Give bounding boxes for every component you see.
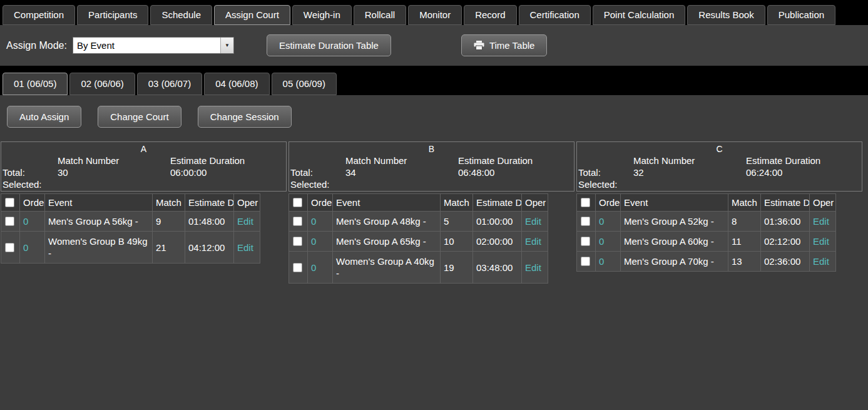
date-tab-05[interactable]: 05 (06/09) [272, 73, 337, 95]
match-cell: 10 [441, 232, 473, 252]
select-all-checkbox[interactable] [581, 198, 590, 207]
row-checkbox[interactable] [293, 237, 302, 246]
order-column-header: Order [308, 194, 333, 212]
estimate-cell: 02:12:00 [761, 232, 810, 252]
oper-column-header: Oper [234, 194, 260, 212]
order-cell: 0 [20, 212, 45, 232]
edit-link[interactable]: Edit [525, 236, 541, 247]
match-number-value: 34 [345, 167, 458, 178]
row-checkbox[interactable] [581, 217, 590, 226]
court-b-table: Order Event Match Estimate Duration Oper… [288, 193, 548, 284]
estimate-duration-value: 06:48:00 [458, 167, 574, 178]
row-checkbox[interactable] [293, 263, 302, 272]
court-panel-c: C Match Number Estimate Duration Total: … [576, 141, 862, 284]
match-cell: 9 [153, 212, 185, 232]
event-column-header: Event [621, 194, 728, 212]
time-table-button[interactable]: Time Table [461, 34, 548, 56]
match-cell: 8 [728, 212, 761, 232]
nav-tab-results-book[interactable]: Results Book [687, 5, 765, 25]
total-label: Total: [290, 167, 345, 178]
action-buttons: Auto Assign Change Court Change Session [0, 95, 868, 128]
chevron-down-icon: ▼ [220, 38, 233, 53]
table-row: 0 Women's Group A 40kg - 19 03:48:00 Edi… [289, 252, 548, 284]
assign-mode-label: Assign Mode: [6, 40, 67, 51]
court-b-summary: B Match Number Estimate Duration Total: … [288, 141, 574, 192]
assign-mode-toolbar: Assign Mode: By Event ▼ Estimate Duratio… [0, 25, 868, 66]
match-number-value: 32 [633, 167, 746, 178]
date-tab-02[interactable]: 02 (06/06) [69, 73, 135, 95]
select-all-checkbox[interactable] [5, 198, 14, 207]
edit-link[interactable]: Edit [525, 216, 541, 227]
edit-link[interactable]: Edit [237, 216, 253, 227]
edit-link[interactable]: Edit [237, 242, 253, 253]
date-tab-03[interactable]: 03 (06/07) [137, 73, 202, 95]
match-cell: 13 [728, 252, 761, 272]
event-cell: Men's Group A 70kg - [621, 252, 728, 272]
estimate-column-header: Estimate Duration [473, 194, 522, 212]
nav-tab-assign-court[interactable]: Assign Court [214, 5, 290, 25]
row-checkbox[interactable] [5, 217, 14, 226]
selected-label: Selected: [578, 178, 633, 190]
select-all-checkbox[interactable] [293, 198, 302, 207]
event-cell: Men's Group A 56kg - [45, 212, 153, 232]
event-cell: Women's Group A 40kg - [333, 252, 441, 284]
nav-tab-record[interactable]: Record [464, 5, 516, 25]
estimate-duration-label: Estimate Duration [746, 155, 862, 167]
nav-tab-competition[interactable]: Competition [3, 5, 75, 25]
order-cell: 0 [308, 252, 333, 284]
date-tab-04[interactable]: 04 (06/08) [204, 73, 269, 95]
row-checkbox[interactable] [581, 237, 590, 246]
court-c-table: Order Event Match Estimate Duration Oper… [576, 193, 836, 272]
edit-link[interactable]: Edit [525, 262, 541, 273]
match-cell: 5 [441, 212, 473, 232]
auto-assign-button[interactable]: Auto Assign [7, 106, 81, 128]
table-row: 0 Men's Group A 65kg - 10 02:00:00 Edit [289, 232, 548, 252]
printer-icon [474, 41, 484, 50]
match-number-label: Match Number [345, 155, 458, 167]
table-row: 0 Men's Group A 48kg - 5 01:00:00 Edit [289, 212, 548, 232]
nav-tab-point-calculation[interactable]: Point Calculation [593, 5, 686, 25]
order-cell: 0 [308, 232, 333, 252]
assign-mode-select[interactable]: By Event ▼ [73, 37, 234, 54]
nav-tab-rollcall[interactable]: Rollcall [354, 5, 406, 25]
spacer [3, 155, 58, 167]
estimate-cell: 02:00:00 [473, 232, 522, 252]
table-row: 0 Men's Group A 56kg - 9 01:48:00 Edit [1, 212, 260, 232]
nav-tab-schedule[interactable]: Schedule [150, 5, 212, 25]
selected-label: Selected: [290, 178, 345, 190]
nav-tab-publication[interactable]: Publication [767, 5, 835, 25]
nav-tab-weigh-in[interactable]: Weigh-in [292, 5, 352, 25]
date-tab-01[interactable]: 01 (06/05) [3, 73, 68, 95]
event-column-header: Event [333, 194, 441, 212]
table-header-row: Order Event Match Estimate Duration Oper [1, 194, 260, 212]
edit-link[interactable]: Edit [813, 236, 829, 247]
row-checkbox[interactable] [293, 217, 302, 226]
order-cell: 0 [596, 252, 621, 272]
match-column-header: Match [728, 194, 761, 212]
table-row: 0 Men's Group A 60kg - 11 02:12:00 Edit [577, 232, 836, 252]
estimate-cell: 02:36:00 [761, 252, 810, 272]
court-panel-a: A Match Number Estimate Duration Total: … [1, 141, 287, 284]
change-court-button[interactable]: Change Court [98, 106, 181, 128]
match-cell: 11 [728, 232, 761, 252]
nav-tab-certification[interactable]: Certification [519, 5, 591, 25]
match-number-label: Match Number [58, 155, 170, 167]
order-cell: 0 [596, 232, 621, 252]
edit-link[interactable]: Edit [813, 216, 829, 227]
estimate-cell: 01:00:00 [473, 212, 522, 232]
assign-mode-selected-value: By Event [73, 40, 220, 51]
order-cell: 0 [596, 212, 621, 232]
nav-tab-monitor[interactable]: Monitor [408, 5, 462, 25]
edit-link[interactable]: Edit [813, 256, 829, 267]
total-label: Total: [3, 167, 58, 178]
court-letter: A [1, 144, 286, 155]
estimate-cell: 01:36:00 [761, 212, 810, 232]
estimate-duration-table-button[interactable]: Estimate Duration Table [267, 34, 391, 56]
change-session-button[interactable]: Change Session [198, 106, 292, 128]
order-cell: 0 [20, 232, 45, 264]
selected-match-value [58, 178, 170, 190]
nav-tab-participants[interactable]: Participants [77, 5, 148, 25]
selected-duration-value [170, 178, 286, 190]
row-checkbox[interactable] [5, 243, 14, 252]
row-checkbox[interactable] [581, 257, 590, 266]
